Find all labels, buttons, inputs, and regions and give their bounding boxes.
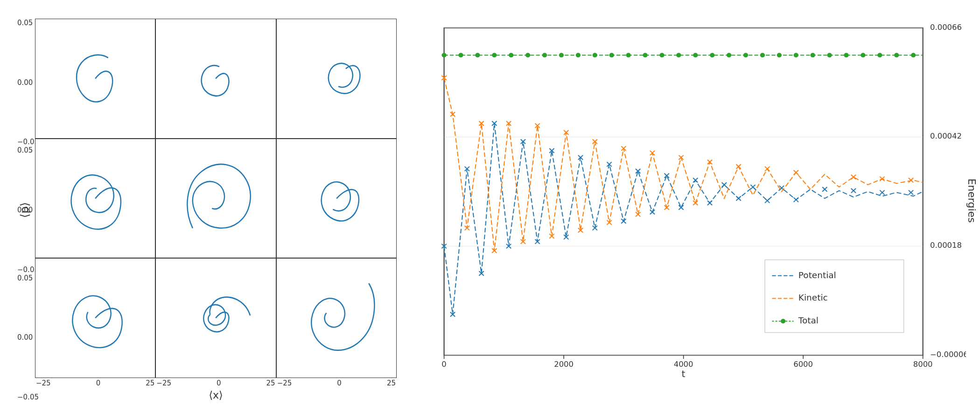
y-axis-label: ⟨p⟩ xyxy=(18,202,31,218)
x-tick-6000: 6000 xyxy=(793,360,813,369)
plot-1-2 xyxy=(276,139,397,259)
total-energy-series xyxy=(441,53,916,57)
svg-point-155 xyxy=(781,319,785,323)
plot-2-1 xyxy=(155,258,276,378)
y-tick-right-3: 0.00018 xyxy=(930,241,962,250)
left-panel: ⟨p⟩ 0.05 0.00 −0.05 0.05 0.00 −0.05 xyxy=(14,19,397,401)
plot-2-0 xyxy=(35,258,155,378)
plot-0-1 xyxy=(155,19,276,139)
plot-0-0 xyxy=(35,19,155,139)
energy-chart-svg: 0.00066 0.00042 0.00018 −0.00006 0 2000 … xyxy=(415,23,966,378)
y-tick-right-4: −0.00006 xyxy=(930,350,966,359)
x-tick-1-mid: 0 xyxy=(217,379,221,387)
x-tick-0-mid: 0 xyxy=(96,379,101,387)
plot-1-0 xyxy=(35,139,155,259)
x-tick-4000: 4000 xyxy=(674,360,693,369)
legend-kinetic-label: Kinetic xyxy=(798,293,828,302)
x-tick-2000: 2000 xyxy=(554,360,574,369)
right-panel: 0.00066 0.00042 0.00018 −0.00006 0 2000 … xyxy=(415,19,966,401)
plot-2-2 xyxy=(276,258,397,378)
right-y-axis-label: Energies xyxy=(966,178,978,223)
main-container: ⟨p⟩ 0.05 0.00 −0.05 0.05 0.00 −0.05 xyxy=(5,9,975,411)
x-tick-2-right: 25 xyxy=(387,379,396,387)
x-axis-label: ⟨x⟩ xyxy=(35,389,397,401)
legend-potential-label: Potential xyxy=(798,270,836,280)
x-tick-1-left: −25 xyxy=(156,379,171,387)
x-tick-2-mid: 0 xyxy=(337,379,342,387)
x-tick-2-left: −25 xyxy=(277,379,292,387)
y-tick-right-1: 0.00066 xyxy=(930,23,962,32)
plot-1-1 xyxy=(155,139,276,259)
x-tick-0-right: 25 xyxy=(146,379,154,387)
x-tick-1-right: 25 xyxy=(266,379,275,387)
x-axis-label-chart: t xyxy=(682,369,686,378)
plot-0-2 xyxy=(276,19,397,139)
x-tick-0-left: −25 xyxy=(36,379,51,387)
x-tick-8000: 8000 xyxy=(913,360,933,369)
x-tick-0: 0 xyxy=(441,360,446,369)
y-tick-right-2: 0.00042 xyxy=(930,132,962,141)
legend-total-label: Total xyxy=(798,316,819,325)
